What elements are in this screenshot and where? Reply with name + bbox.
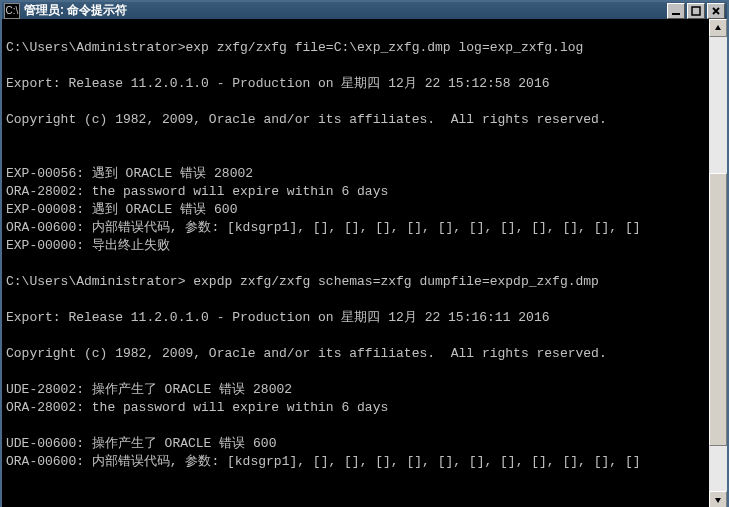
terminal-line: Copyright (c) 1982, 2009, Oracle and/or … bbox=[6, 111, 723, 129]
terminal-area: C:\Users\Administrator>exp zxfg/zxfg fil… bbox=[2, 19, 727, 507]
close-icon bbox=[711, 6, 721, 16]
terminal-output[interactable]: C:\Users\Administrator>exp zxfg/zxfg fil… bbox=[2, 19, 727, 507]
terminal-line: Export: Release 11.2.0.1.0 - Production … bbox=[6, 309, 723, 327]
terminal-line: ORA-28002: the password will expire with… bbox=[6, 399, 723, 417]
scroll-thumb-vertical[interactable] bbox=[709, 173, 727, 445]
terminal-line: Copyright (c) 1982, 2009, Oracle and/or … bbox=[6, 345, 723, 363]
vertical-scrollbar[interactable] bbox=[709, 19, 727, 507]
terminal-line: ORA-00600: 内部错误代码, 参数: [kdsgrp1], [], []… bbox=[6, 219, 723, 237]
titlebar[interactable]: C:\ 管理员: 命令提示符 bbox=[2, 2, 727, 19]
maximize-icon bbox=[691, 6, 701, 16]
terminal-line bbox=[6, 471, 723, 489]
terminal-line bbox=[6, 129, 723, 147]
window-title: 管理员: 命令提示符 bbox=[24, 2, 667, 19]
terminal-line bbox=[6, 417, 723, 435]
command-prompt-window: C:\ 管理员: 命令提示符 C:\Users\Administrator>ex… bbox=[0, 0, 729, 507]
terminal-line bbox=[6, 327, 723, 345]
terminal-line bbox=[6, 147, 723, 165]
scroll-down-button[interactable] bbox=[709, 491, 727, 507]
terminal-line: C:\Users\Administrator> expdp zxfg/zxfg … bbox=[6, 273, 723, 291]
svg-rect-1 bbox=[692, 7, 700, 15]
maximize-button[interactable] bbox=[687, 3, 705, 19]
terminal-line: EXP-00000: 导出终止失败 bbox=[6, 237, 723, 255]
terminal-line: ORA-28002: the password will expire with… bbox=[6, 183, 723, 201]
arrow-up-icon bbox=[714, 24, 722, 32]
terminal-line bbox=[6, 255, 723, 273]
terminal-line bbox=[6, 21, 723, 39]
terminal-line: EXP-00008: 遇到 ORACLE 错误 600 bbox=[6, 201, 723, 219]
close-button[interactable] bbox=[707, 3, 725, 19]
terminal-line: C:\Users\Administrator>exp zxfg/zxfg fil… bbox=[6, 39, 723, 57]
terminal-line: UDE-28002: 操作产生了 ORACLE 错误 28002 bbox=[6, 381, 723, 399]
terminal-line bbox=[6, 57, 723, 75]
scroll-up-button[interactable] bbox=[709, 19, 727, 37]
terminal-line: ORA-00600: 内部错误代码, 参数: [kdsgrp1], [], []… bbox=[6, 453, 723, 471]
window-controls bbox=[667, 3, 725, 19]
terminal-line bbox=[6, 93, 723, 111]
terminal-line bbox=[6, 489, 723, 507]
svg-rect-0 bbox=[672, 13, 680, 15]
terminal-line: Export: Release 11.2.0.1.0 - Production … bbox=[6, 75, 723, 93]
scroll-track-vertical[interactable] bbox=[709, 37, 727, 491]
arrow-down-icon bbox=[714, 496, 722, 504]
minimize-icon bbox=[671, 6, 681, 16]
terminal-line bbox=[6, 363, 723, 381]
window-icon: C:\ bbox=[4, 3, 20, 19]
terminal-line bbox=[6, 291, 723, 309]
minimize-button[interactable] bbox=[667, 3, 685, 19]
terminal-line: UDE-00600: 操作产生了 ORACLE 错误 600 bbox=[6, 435, 723, 453]
terminal-line: EXP-00056: 遇到 ORACLE 错误 28002 bbox=[6, 165, 723, 183]
